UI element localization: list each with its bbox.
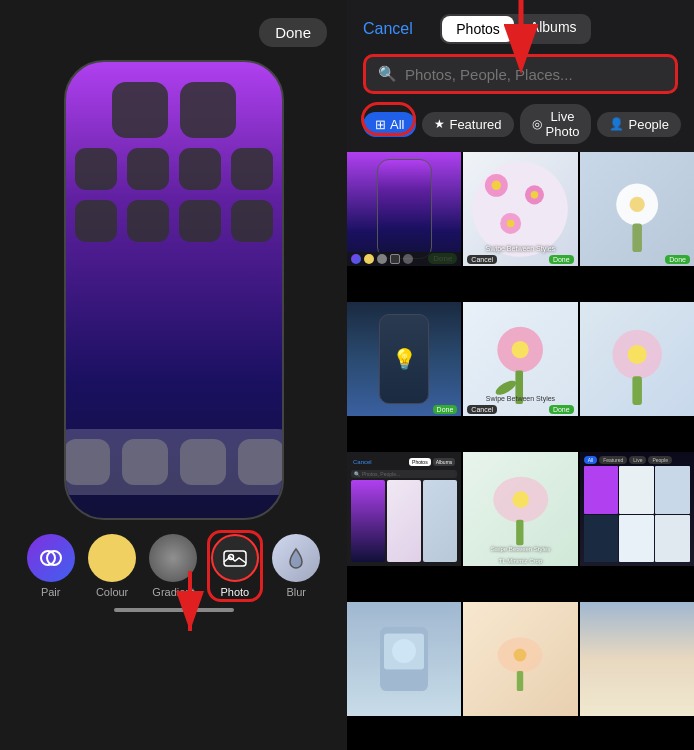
cancel-badge: Cancel <box>467 255 497 264</box>
right-panel: Cancel Photos Albums <box>347 0 694 750</box>
phone-mockup <box>64 60 284 520</box>
photo-icon <box>211 534 259 582</box>
svg-point-26 <box>512 492 528 508</box>
filter-row: ⊞ All ★ Featured ◎ Live Photo 👤 People <box>363 104 678 152</box>
tool-blur[interactable]: Blur <box>272 534 320 598</box>
app-icon <box>127 148 169 190</box>
filter-featured[interactable]: ★ Featured <box>422 112 513 137</box>
photo-cell[interactable]: All Featured Live People <box>580 452 694 566</box>
search-icon: 🔍 <box>378 65 397 83</box>
photo-cell[interactable] <box>463 602 577 716</box>
photo-thumb: Swipe Between Styles Done Cancel <box>463 302 577 416</box>
photo-cell[interactable] <box>580 602 694 716</box>
svg-point-19 <box>512 341 529 358</box>
photo-grid: Done <box>347 152 694 750</box>
home-indicator <box>114 608 234 612</box>
photo-thumb: Done <box>347 152 461 266</box>
tab-photos[interactable]: Photos <box>442 16 514 42</box>
dock-icon <box>64 439 110 485</box>
icon-row-2 <box>75 148 273 190</box>
swipe-hint-2: Swipe Between Styles <box>463 546 577 552</box>
left-panel: Done <box>0 0 347 750</box>
photo-thumb <box>463 602 577 716</box>
cancel-badge: Cancel <box>467 405 497 414</box>
photo-thumb <box>347 602 461 716</box>
photo-cell[interactable] <box>347 602 461 716</box>
search-container: 🔍 <box>363 54 678 94</box>
app-icon <box>231 200 273 242</box>
app-icon <box>75 200 117 242</box>
tool-photo[interactable]: Photo <box>211 534 259 598</box>
svg-rect-33 <box>517 671 523 691</box>
photo-cell[interactable]: Cancel Photos Albums 🔍 Photos, People... <box>347 452 461 566</box>
filter-all[interactable]: ⊞ All <box>363 112 416 137</box>
svg-point-10 <box>492 181 502 191</box>
filter-people[interactable]: 👤 People <box>597 112 680 137</box>
photo-cell[interactable] <box>580 302 694 416</box>
svg-point-14 <box>507 220 515 228</box>
pair-icon <box>27 534 75 582</box>
svg-point-16 <box>629 197 644 212</box>
photo-swatch <box>390 254 400 264</box>
done-badge: Done <box>665 255 690 264</box>
app-icon <box>127 200 169 242</box>
dock-icon <box>122 439 168 485</box>
photo-thumb: Done <box>580 152 694 266</box>
colour-icon <box>88 534 136 582</box>
photo-cell[interactable]: Swipe Between Styles Done Cancel <box>463 302 577 416</box>
dock-icon <box>238 439 284 485</box>
bottom-toolbar: Pair Colour Gradient Photo <box>0 520 347 608</box>
color-swatch <box>351 254 361 264</box>
color-swatch <box>377 254 387 264</box>
svg-point-30 <box>392 639 416 663</box>
app-icon <box>180 82 236 138</box>
live-label: Live Photo <box>546 109 580 139</box>
svg-rect-17 <box>632 223 642 252</box>
screenshot-thumb: Cancel Photos Albums 🔍 Photos, People... <box>347 452 461 566</box>
svg-point-8 <box>473 162 568 257</box>
tool-pair[interactable]: Pair <box>27 534 75 598</box>
color-swatch <box>364 254 374 264</box>
pair-label: Pair <box>41 586 61 598</box>
search-input[interactable] <box>405 66 663 83</box>
blur-swatch <box>403 254 413 264</box>
photo-cell[interactable]: Done <box>347 152 461 266</box>
tool-gradient[interactable]: Gradient <box>149 534 197 598</box>
people-label: People <box>628 117 668 132</box>
header-tabs: Photos Albums <box>440 14 590 44</box>
icon-row-top <box>112 82 236 138</box>
app-icon <box>179 148 221 190</box>
mini-phone-thumb <box>377 159 432 259</box>
photo-cell[interactable]: 💡 Done <box>347 302 461 416</box>
photo-cell[interactable]: Done Cancel Swipe Between Styles <box>463 152 577 266</box>
all-label: All <box>390 117 404 132</box>
done-button[interactable]: Done <box>259 18 327 47</box>
filter-live[interactable]: ◎ Live Photo <box>520 104 592 144</box>
gradient-icon <box>149 534 197 582</box>
app-icon <box>231 148 273 190</box>
dock-icon <box>180 439 226 485</box>
photo-thumb: 💡 Done <box>347 302 461 416</box>
svg-point-12 <box>531 191 539 199</box>
photo-cell[interactable]: Done <box>580 152 694 266</box>
live-icon: ◎ <box>532 117 542 131</box>
tab-albums[interactable]: Albums <box>516 14 591 44</box>
grid-icon: ⊞ <box>375 117 386 132</box>
app-icon <box>75 148 117 190</box>
photo-thumb: TL Minimiz Crop Swipe Between Styles <box>463 452 577 566</box>
blur-icon <box>272 534 320 582</box>
photo-cell[interactable]: TL Minimiz Crop Swipe Between Styles <box>463 452 577 566</box>
svg-point-23 <box>627 345 646 364</box>
icon-row-3 <box>75 200 273 242</box>
tool-colour[interactable]: Colour <box>88 534 136 598</box>
swipe-hint: Swipe Between Styles <box>463 245 577 252</box>
featured-label: Featured <box>449 117 501 132</box>
svg-point-32 <box>514 649 527 662</box>
crop-label: TL Minimiz Crop <box>463 558 577 564</box>
cancel-button[interactable]: Cancel <box>363 20 413 38</box>
dock <box>64 429 284 495</box>
done-badge: Done <box>433 405 458 414</box>
app-icon <box>179 200 221 242</box>
search-bar[interactable]: 🔍 <box>363 54 678 94</box>
svg-rect-24 <box>632 376 642 405</box>
